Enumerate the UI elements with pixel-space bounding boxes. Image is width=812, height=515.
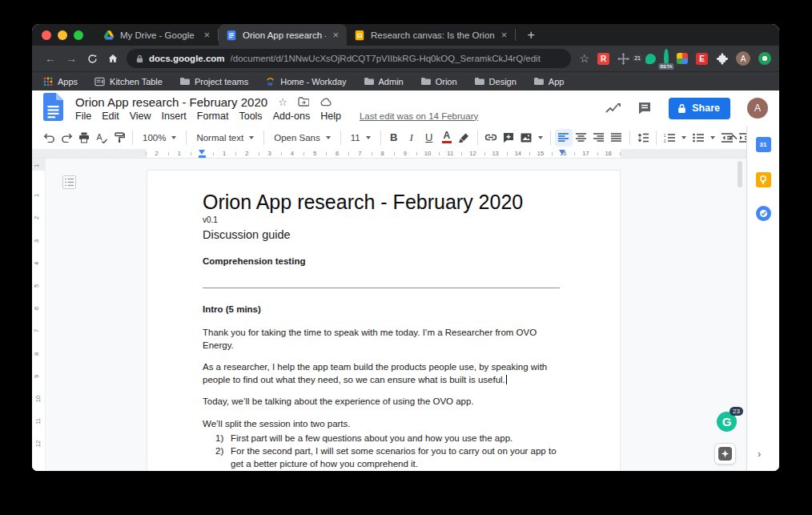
zoom-select[interactable]: 100% — [137, 133, 182, 143]
font-size-select[interactable]: 11 — [345, 133, 376, 143]
insert-image-button[interactable] — [517, 129, 535, 147]
google-calendar-button[interactable]: 31 — [755, 136, 771, 152]
zoom-window-button[interactable] — [74, 30, 83, 40]
minimize-window-button[interactable] — [58, 30, 67, 40]
menu-format[interactable]: Format — [197, 111, 229, 122]
spellcheck-button[interactable]: A — [93, 129, 111, 147]
google-keep-button[interactable] — [755, 171, 771, 187]
share-button[interactable]: Share — [669, 98, 730, 119]
underline-button[interactable]: U — [420, 129, 438, 147]
bookmark-app[interactable]: App — [533, 77, 565, 87]
new-tab-button[interactable]: + — [521, 25, 541, 46]
menu-tools[interactable]: Tools — [239, 111, 262, 122]
star-document-icon[interactable]: ☆ — [278, 96, 287, 108]
left-indent-marker[interactable] — [199, 150, 206, 158]
bookmark-apps[interactable]: Apps — [43, 77, 78, 87]
numbered-list-chevron[interactable] — [681, 136, 686, 139]
bulleted-list-chevron[interactable] — [710, 136, 715, 139]
align-center-button[interactable] — [573, 129, 590, 147]
align-left-button[interactable] — [555, 129, 573, 147]
redo-button[interactable] — [58, 129, 75, 147]
tab-my-drive[interactable]: My Drive - Google Drive × — [96, 24, 218, 46]
reload-button[interactable] — [82, 48, 103, 69]
google-docs-logo[interactable] — [42, 93, 65, 123]
document-outline-button[interactable] — [62, 175, 76, 189]
tab-close-icon[interactable]: × — [203, 30, 211, 40]
extension-r-icon[interactable]: R — [597, 53, 609, 65]
bookmark-kitchen-table[interactable]: Kitchen Table — [94, 77, 163, 87]
svg-text:2: 2 — [664, 139, 666, 143]
image-options-chevron[interactable] — [538, 136, 543, 139]
back-button[interactable]: ← — [40, 48, 61, 69]
paragraph-style-select[interactable]: Normal text — [191, 133, 259, 143]
bookmark-design[interactable]: Design — [474, 77, 517, 87]
tab-separator — [515, 29, 516, 41]
hide-side-panel-chevron[interactable]: › — [758, 448, 761, 460]
document-canvas[interactable]: 1123456789101112 Orion App research - Fe… — [32, 159, 746, 471]
extension-photos-icon[interactable] — [677, 53, 688, 64]
tab-orion-doc[interactable]: Orion App research - February × — [219, 24, 347, 46]
bookmark-admin[interactable]: Admin — [364, 77, 404, 87]
hide-menus-button[interactable] — [724, 128, 742, 146]
font-family-select[interactable]: Open Sans — [268, 133, 336, 143]
italic-button[interactable]: I — [403, 129, 420, 147]
tasks-icon — [756, 206, 771, 221]
insights-icon[interactable] — [605, 102, 621, 115]
extension-beta[interactable]: BETA — [664, 51, 669, 66]
extension-move-icon[interactable] — [617, 53, 629, 65]
url-path: /document/d/1NNwUcXsOjRdCQT7pVIIbkRG-Hq0… — [231, 54, 541, 63]
grammarly-button[interactable]: G 23 — [717, 412, 737, 432]
move-to-folder-icon[interactable] — [298, 97, 309, 107]
menu-insert[interactable]: Insert — [162, 111, 187, 122]
bookmark-project-teams[interactable]: Project teams — [179, 77, 248, 87]
chevron-down-icon — [171, 136, 176, 139]
menu-view[interactable]: View — [130, 111, 151, 122]
justify-button[interactable] — [608, 129, 625, 147]
cloud-saved-icon[interactable] — [320, 98, 332, 107]
extension-green-pin-icon[interactable] — [645, 54, 656, 64]
bookmark-home-workday[interactable]: w Home - Workday — [265, 76, 346, 87]
menu-edit[interactable]: Edit — [102, 111, 119, 122]
menu-help[interactable]: Help — [320, 111, 341, 122]
add-comment-button[interactable] — [500, 129, 517, 147]
extension-e-icon[interactable]: E — [696, 53, 708, 65]
chrome-profile-avatar[interactable]: A — [736, 51, 750, 66]
undo-button[interactable] — [40, 129, 58, 147]
vertical-scrollbar[interactable] — [738, 161, 742, 187]
paint-format-button[interactable] — [111, 129, 128, 147]
kitchen-table-icon — [94, 77, 105, 87]
extensions-puzzle-icon[interactable] — [716, 53, 728, 65]
menu-file[interactable]: File — [75, 111, 91, 122]
bookmark-star-icon[interactable]: ☆ — [579, 52, 589, 65]
tab-research-canvas[interactable]: Research canvas: Is the Orion × — [347, 24, 515, 46]
bookmark-orion[interactable]: Orion — [420, 77, 457, 87]
insert-link-button[interactable] — [482, 129, 500, 147]
close-window-button[interactable] — [42, 30, 51, 40]
forward-button[interactable]: → — [61, 48, 82, 69]
highlight-color-button[interactable] — [456, 129, 473, 147]
extension-green-circle-icon[interactable] — [758, 52, 771, 65]
bold-button[interactable]: B — [385, 129, 403, 147]
menu-addons[interactable]: Add-ons — [273, 111, 311, 122]
last-edit-link[interactable]: Last edit was on 14 February — [360, 111, 478, 121]
align-right-button[interactable] — [590, 129, 608, 147]
document-title[interactable]: Orion App research - February 2020 — [75, 95, 267, 109]
tab-title: Research canvas: Is the Orion — [371, 30, 495, 40]
tab-close-icon[interactable]: × — [500, 30, 509, 40]
chrome-toolbar: ← → docs.google.com/document/d/1NNwUcXsO… — [32, 46, 779, 71]
print-button[interactable] — [75, 129, 93, 147]
tab-close-icon[interactable]: × — [332, 30, 340, 40]
comment-icon[interactable] — [637, 101, 652, 115]
google-tasks-button[interactable] — [755, 205, 771, 221]
style-value: Normal text — [196, 133, 243, 143]
line-spacing-button[interactable] — [634, 129, 652, 147]
address-bar[interactable]: docs.google.com/document/d/1NNwUcXsOjRdC… — [127, 49, 571, 68]
numbered-list-button[interactable]: 12 — [661, 129, 678, 147]
chevron-down-icon — [326, 136, 331, 139]
home-button[interactable] — [103, 48, 123, 69]
account-avatar[interactable]: A — [747, 98, 768, 119]
explore-button[interactable] — [714, 443, 736, 465]
bulleted-list-button[interactable] — [689, 129, 707, 147]
text-color-button[interactable]: A — [438, 129, 456, 147]
document-page[interactable]: Orion App research - February 2020 v0.1 … — [147, 170, 621, 471]
